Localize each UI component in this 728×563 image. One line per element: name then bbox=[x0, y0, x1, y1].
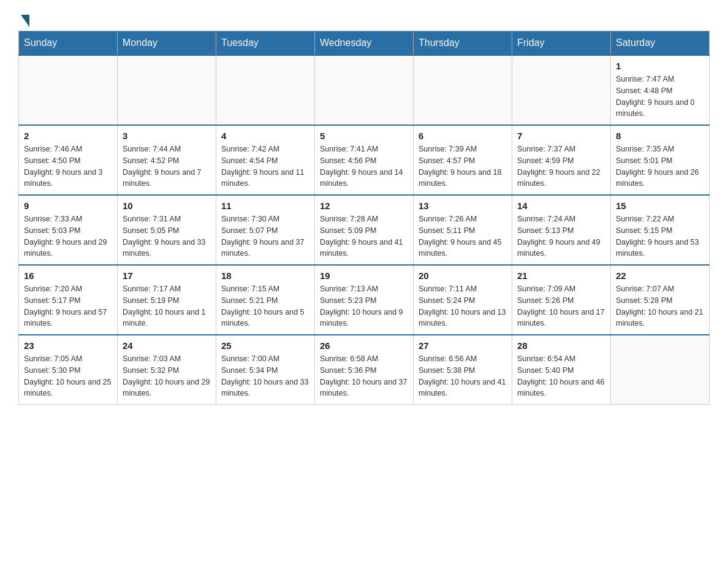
day-number: 25 bbox=[221, 340, 309, 351]
calendar-cell: 3Sunrise: 7:44 AMSunset: 4:52 PMDaylight… bbox=[118, 125, 216, 195]
calendar-table: SundayMondayTuesdayWednesdayThursdayFrid… bbox=[18, 31, 710, 405]
calendar-cell: 22Sunrise: 7:07 AMSunset: 5:28 PMDayligh… bbox=[611, 265, 710, 335]
day-number: 20 bbox=[419, 270, 507, 281]
calendar-cell: 4Sunrise: 7:42 AMSunset: 4:54 PMDaylight… bbox=[216, 125, 315, 195]
day-info: Sunrise: 7:17 AMSunset: 5:19 PMDaylight:… bbox=[123, 283, 211, 329]
calendar-cell: 13Sunrise: 7:26 AMSunset: 5:11 PMDayligh… bbox=[414, 195, 512, 265]
calendar-cell: 14Sunrise: 7:24 AMSunset: 5:13 PMDayligh… bbox=[512, 195, 611, 265]
day-number: 15 bbox=[616, 201, 704, 211]
day-info: Sunrise: 7:09 AMSunset: 5:26 PMDaylight:… bbox=[517, 283, 605, 329]
day-info: Sunrise: 7:05 AMSunset: 5:30 PMDaylight:… bbox=[24, 353, 112, 399]
day-number: 13 bbox=[419, 201, 507, 211]
day-number: 14 bbox=[517, 201, 605, 211]
calendar-cell: 12Sunrise: 7:28 AMSunset: 5:09 PMDayligh… bbox=[315, 195, 414, 265]
day-number: 26 bbox=[320, 340, 408, 351]
day-of-week-header: Sunday bbox=[19, 31, 118, 56]
calendar-cell: 2Sunrise: 7:46 AMSunset: 4:50 PMDaylight… bbox=[19, 125, 118, 195]
calendar-cell bbox=[611, 335, 710, 405]
day-of-week-header: Tuesday bbox=[216, 31, 315, 56]
day-info: Sunrise: 7:00 AMSunset: 5:34 PMDaylight:… bbox=[221, 353, 309, 399]
day-number: 19 bbox=[320, 270, 408, 281]
day-number: 12 bbox=[320, 201, 408, 211]
calendar-header-row: SundayMondayTuesdayWednesdayThursdayFrid… bbox=[19, 31, 710, 56]
day-number: 28 bbox=[517, 340, 605, 351]
calendar-cell: 26Sunrise: 6:58 AMSunset: 5:36 PMDayligh… bbox=[315, 335, 414, 405]
day-number: 6 bbox=[419, 131, 507, 141]
day-number: 11 bbox=[221, 201, 309, 211]
day-of-week-header: Monday bbox=[118, 31, 216, 56]
calendar-cell: 21Sunrise: 7:09 AMSunset: 5:26 PMDayligh… bbox=[512, 265, 611, 335]
day-info: Sunrise: 7:30 AMSunset: 5:07 PMDaylight:… bbox=[221, 213, 309, 259]
day-info: Sunrise: 7:24 AMSunset: 5:13 PMDaylight:… bbox=[517, 213, 605, 259]
day-number: 8 bbox=[616, 131, 704, 141]
calendar-week-row: 23Sunrise: 7:05 AMSunset: 5:30 PMDayligh… bbox=[19, 335, 710, 405]
calendar-cell: 7Sunrise: 7:37 AMSunset: 4:59 PMDaylight… bbox=[512, 125, 611, 195]
day-number: 9 bbox=[24, 201, 112, 211]
calendar-cell: 16Sunrise: 7:20 AMSunset: 5:17 PMDayligh… bbox=[19, 265, 118, 335]
day-number: 18 bbox=[221, 270, 309, 281]
day-number: 23 bbox=[24, 340, 112, 351]
day-info: Sunrise: 7:33 AMSunset: 5:03 PMDaylight:… bbox=[24, 213, 112, 259]
day-info: Sunrise: 7:37 AMSunset: 4:59 PMDaylight:… bbox=[517, 144, 605, 190]
calendar-cell: 24Sunrise: 7:03 AMSunset: 5:32 PMDayligh… bbox=[118, 335, 216, 405]
day-info: Sunrise: 7:44 AMSunset: 4:52 PMDaylight:… bbox=[123, 144, 211, 190]
calendar-cell: 10Sunrise: 7:31 AMSunset: 5:05 PMDayligh… bbox=[118, 195, 216, 265]
day-info: Sunrise: 7:47 AMSunset: 4:48 PMDaylight:… bbox=[616, 74, 704, 120]
calendar-cell bbox=[315, 55, 414, 125]
day-number: 22 bbox=[616, 270, 704, 281]
calendar-cell: 23Sunrise: 7:05 AMSunset: 5:30 PMDayligh… bbox=[19, 335, 118, 405]
day-of-week-header: Thursday bbox=[414, 31, 512, 56]
day-info: Sunrise: 7:22 AMSunset: 5:15 PMDaylight:… bbox=[616, 213, 704, 259]
calendar-week-row: 16Sunrise: 7:20 AMSunset: 5:17 PMDayligh… bbox=[19, 265, 710, 335]
day-info: Sunrise: 7:28 AMSunset: 5:09 PMDaylight:… bbox=[320, 213, 408, 259]
day-info: Sunrise: 7:03 AMSunset: 5:32 PMDaylight:… bbox=[123, 353, 211, 399]
day-info: Sunrise: 7:39 AMSunset: 4:57 PMDaylight:… bbox=[419, 144, 507, 190]
calendar-cell bbox=[512, 55, 611, 125]
day-info: Sunrise: 6:54 AMSunset: 5:40 PMDaylight:… bbox=[517, 353, 605, 399]
day-info: Sunrise: 7:13 AMSunset: 5:23 PMDaylight:… bbox=[320, 283, 408, 329]
calendar-cell: 17Sunrise: 7:17 AMSunset: 5:19 PMDayligh… bbox=[118, 265, 216, 335]
day-info: Sunrise: 7:46 AMSunset: 4:50 PMDaylight:… bbox=[24, 144, 112, 190]
calendar-cell: 11Sunrise: 7:30 AMSunset: 5:07 PMDayligh… bbox=[216, 195, 315, 265]
day-number: 27 bbox=[419, 340, 507, 351]
calendar-cell: 6Sunrise: 7:39 AMSunset: 4:57 PMDaylight… bbox=[414, 125, 512, 195]
calendar-week-row: 9Sunrise: 7:33 AMSunset: 5:03 PMDaylight… bbox=[19, 195, 710, 265]
logo bbox=[18, 12, 29, 25]
calendar-cell bbox=[19, 55, 118, 125]
calendar-week-row: 2Sunrise: 7:46 AMSunset: 4:50 PMDaylight… bbox=[19, 125, 710, 195]
logo-arrow-icon bbox=[21, 15, 29, 27]
calendar-cell: 25Sunrise: 7:00 AMSunset: 5:34 PMDayligh… bbox=[216, 335, 315, 405]
day-number: 10 bbox=[123, 201, 211, 211]
calendar-cell bbox=[414, 55, 512, 125]
day-number: 1 bbox=[616, 61, 704, 71]
calendar-cell: 19Sunrise: 7:13 AMSunset: 5:23 PMDayligh… bbox=[315, 265, 414, 335]
calendar-cell: 28Sunrise: 6:54 AMSunset: 5:40 PMDayligh… bbox=[512, 335, 611, 405]
day-number: 24 bbox=[123, 340, 211, 351]
day-info: Sunrise: 7:41 AMSunset: 4:56 PMDaylight:… bbox=[320, 144, 408, 190]
day-info: Sunrise: 7:07 AMSunset: 5:28 PMDaylight:… bbox=[616, 283, 704, 329]
calendar-cell: 20Sunrise: 7:11 AMSunset: 5:24 PMDayligh… bbox=[414, 265, 512, 335]
day-number: 21 bbox=[517, 270, 605, 281]
day-info: Sunrise: 7:31 AMSunset: 5:05 PMDaylight:… bbox=[123, 213, 211, 259]
day-number: 17 bbox=[123, 270, 211, 281]
day-number: 4 bbox=[221, 131, 309, 141]
day-of-week-header: Friday bbox=[512, 31, 611, 56]
calendar-week-row: 1Sunrise: 7:47 AMSunset: 4:48 PMDaylight… bbox=[19, 55, 710, 125]
day-number: 16 bbox=[24, 270, 112, 281]
day-info: Sunrise: 7:11 AMSunset: 5:24 PMDaylight:… bbox=[419, 283, 507, 329]
day-of-week-header: Wednesday bbox=[315, 31, 414, 56]
day-info: Sunrise: 7:35 AMSunset: 5:01 PMDaylight:… bbox=[616, 144, 704, 190]
day-info: Sunrise: 7:15 AMSunset: 5:21 PMDaylight:… bbox=[221, 283, 309, 329]
day-number: 2 bbox=[24, 131, 112, 141]
calendar-cell bbox=[216, 55, 315, 125]
calendar-cell: 1Sunrise: 7:47 AMSunset: 4:48 PMDaylight… bbox=[611, 55, 710, 125]
calendar-cell bbox=[118, 55, 216, 125]
day-info: Sunrise: 6:58 AMSunset: 5:36 PMDaylight:… bbox=[320, 353, 408, 399]
day-info: Sunrise: 6:56 AMSunset: 5:38 PMDaylight:… bbox=[419, 353, 507, 399]
day-number: 3 bbox=[123, 131, 211, 141]
calendar-cell: 27Sunrise: 6:56 AMSunset: 5:38 PMDayligh… bbox=[414, 335, 512, 405]
day-info: Sunrise: 7:42 AMSunset: 4:54 PMDaylight:… bbox=[221, 144, 309, 190]
day-of-week-header: Saturday bbox=[611, 31, 710, 56]
calendar-cell: 9Sunrise: 7:33 AMSunset: 5:03 PMDaylight… bbox=[19, 195, 118, 265]
calendar-cell: 15Sunrise: 7:22 AMSunset: 5:15 PMDayligh… bbox=[611, 195, 710, 265]
